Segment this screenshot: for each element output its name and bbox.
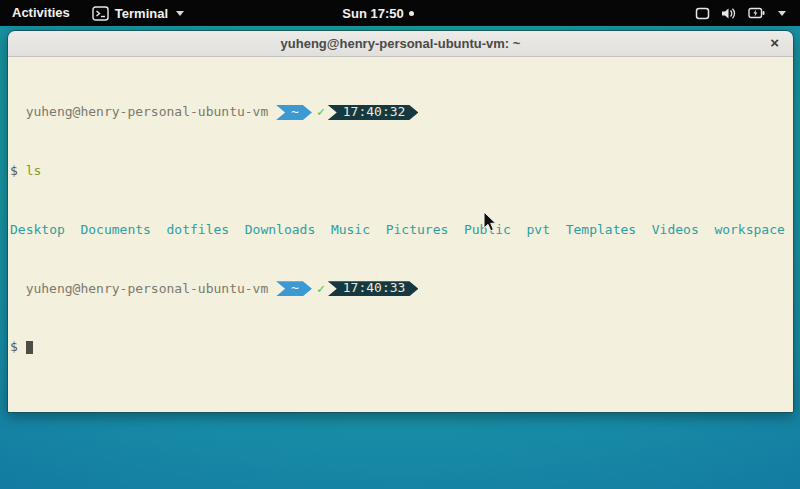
- directory-name: dotfiles: [167, 222, 230, 237]
- app-menu-label: Terminal: [115, 6, 168, 21]
- directory-name: workspace: [714, 222, 784, 237]
- terminal-window: yuheng@henry-personal-ubuntu-vm: ~ × yuh…: [7, 30, 794, 413]
- notification-dot: [409, 11, 414, 16]
- prompt-line-2: yuheng@henry-personal-ubuntu-vm ~ ✓ 17:4…: [10, 282, 793, 297]
- display-icon: [695, 7, 710, 20]
- directory-name: Videos: [652, 222, 699, 237]
- prompt-symbol: $: [10, 339, 18, 354]
- check-icon: ✓: [317, 105, 325, 120]
- battery-charging-icon: [748, 7, 765, 19]
- command-text: ls: [26, 163, 42, 178]
- prompt-symbol: $: [10, 163, 18, 178]
- volume-icon: [721, 7, 737, 20]
- activities-button[interactable]: Activities: [0, 0, 82, 26]
- close-button[interactable]: ×: [770, 31, 779, 56]
- app-menu-terminal[interactable]: Terminal: [82, 0, 194, 26]
- terminal-app-icon: [92, 6, 109, 21]
- chevron-down-icon: [176, 11, 184, 16]
- check-icon: ✓: [317, 282, 325, 297]
- directory-name: Music: [331, 222, 370, 237]
- mouse-cursor: [483, 211, 497, 233]
- directory-name: pvt: [527, 222, 550, 237]
- directory-name: Templates: [566, 222, 636, 237]
- desktop-background: Activities Terminal Sun 17:50: [0, 0, 800, 489]
- prompt-user-host: yuheng@henry-personal-ubuntu-vm: [10, 282, 268, 297]
- system-status-area[interactable]: [681, 0, 800, 26]
- directory-name: Downloads: [245, 222, 315, 237]
- clock-label: Sun 17:50: [342, 6, 403, 21]
- top-bar: Activities Terminal Sun 17:50: [0, 0, 800, 26]
- directory-name: Pictures: [386, 222, 449, 237]
- ls-output-line: DesktopDocumentsdotfilesDownloadsMusicPi…: [10, 223, 793, 238]
- window-title: yuheng@henry-personal-ubuntu-vm: ~: [281, 36, 521, 51]
- chevron-down-icon: [778, 11, 786, 16]
- input-line[interactable]: $: [10, 340, 793, 355]
- directory-name: Desktop: [10, 222, 65, 237]
- prompt-time-segment: 17:40:32: [328, 105, 419, 120]
- prompt-cwd-segment: ~: [276, 105, 312, 120]
- prompt-cwd-segment: ~: [276, 281, 312, 296]
- directory-name: Documents: [80, 222, 150, 237]
- prompt-time-segment: 17:40:33: [328, 281, 419, 296]
- clock-button[interactable]: Sun 17:50: [342, 6, 413, 21]
- command-line: $ls: [10, 164, 793, 179]
- terminal-content[interactable]: yuheng@henry-personal-ubuntu-vm ~ ✓ 17:4…: [8, 57, 793, 412]
- prompt-line-1: yuheng@henry-personal-ubuntu-vm ~ ✓ 17:4…: [10, 105, 793, 120]
- terminal-cursor: [26, 341, 34, 354]
- prompt-user-host: yuheng@henry-personal-ubuntu-vm: [10, 105, 268, 120]
- title-bar[interactable]: yuheng@henry-personal-ubuntu-vm: ~ ×: [8, 31, 793, 57]
